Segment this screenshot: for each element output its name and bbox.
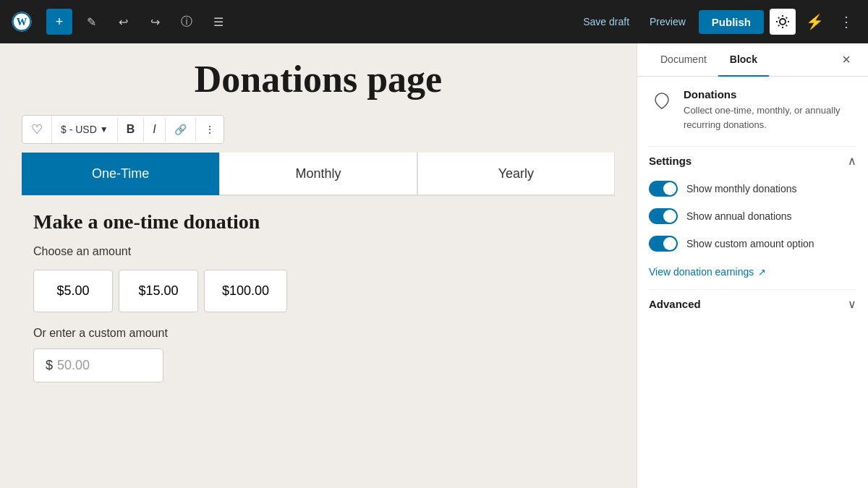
view-link-label: View donation earnings [649, 266, 754, 278]
amount-buttons: $5.00 $15.00 $100.00 [33, 270, 603, 312]
tab-monthly[interactable]: Monthly [219, 153, 417, 195]
donation-content: Make a one-time donation Choose an amoun… [22, 196, 615, 397]
custom-amount-input[interactable]: $ 50.00 [33, 348, 163, 382]
block-name: Donations [684, 88, 856, 100]
settings-header[interactable]: Settings ∧ [649, 146, 856, 175]
more-options-button[interactable]: ⋮ [833, 9, 859, 35]
list-view-button[interactable]: ☰ [205, 9, 231, 35]
tab-block[interactable]: Block [718, 43, 769, 77]
amount-5[interactable]: $5.00 [33, 270, 113, 312]
tab-yearly[interactable]: Yearly [417, 153, 615, 195]
toggle-custom[interactable] [649, 236, 678, 252]
toggle-custom-label: Show custom amount option [686, 238, 814, 249]
sidebar-content: Donations Collect one-time, monthly, or … [637, 77, 868, 488]
toolbar-right: Save draft Preview Publish ⚡ ⋮ [576, 9, 859, 35]
donation-heading: Make a one-time donation [33, 210, 603, 234]
svg-text:W: W [17, 16, 27, 27]
save-draft-button[interactable]: Save draft [576, 12, 637, 32]
block-description: Collect one-time, monthly, or annually r… [684, 103, 856, 132]
settings-section: Settings ∧ Show monthly donations Show a… [649, 146, 856, 278]
toggle-row-monthly: Show monthly donations [649, 175, 856, 202]
settings-chevron-icon: ∧ [848, 154, 856, 168]
link-button[interactable]: 🔗 [166, 118, 196, 141]
external-link-icon: ↗ [758, 267, 766, 278]
block-info-text: Donations Collect one-time, monthly, or … [684, 88, 856, 132]
bold-button[interactable]: B [118, 117, 145, 142]
close-sidebar-button[interactable]: × [836, 43, 856, 76]
advanced-section: Advanced ∨ [649, 289, 856, 318]
block-toolbar: ♡ $ - USD ▼ B I 🔗 ⋮ [22, 115, 224, 144]
advanced-chevron-icon: ∨ [848, 297, 856, 311]
info-button[interactable]: ⓘ [174, 9, 200, 35]
custom-amount-label: Or enter a custom amount [33, 327, 603, 340]
main-area: Donations page ♡ $ - USD ▼ B I 🔗 ⋮ One-T… [0, 43, 868, 488]
publish-button[interactable]: Publish [699, 10, 764, 34]
undo-button[interactable]: ↩ [110, 9, 136, 35]
sidebar: Document Block × Donations Collect one-t… [637, 43, 868, 488]
currency-symbol: $ [46, 358, 53, 373]
toggle-monthly[interactable] [649, 181, 678, 197]
more-block-options[interactable]: ⋮ [196, 118, 224, 141]
heart-icon-button[interactable]: ♡ [22, 116, 52, 143]
toggle-row-custom: Show custom amount option [649, 230, 856, 257]
preview-button[interactable]: Preview [642, 12, 693, 32]
choose-amount-label: Choose an amount [33, 245, 603, 258]
redo-button[interactable]: ↪ [142, 9, 168, 35]
advanced-title: Advanced [649, 298, 701, 310]
toggle-monthly-label: Show monthly donations [686, 183, 797, 194]
currency-dropdown-icon: ▼ [100, 124, 109, 134]
add-block-button[interactable]: + [46, 9, 72, 35]
editor-area: Donations page ♡ $ - USD ▼ B I 🔗 ⋮ One-T… [0, 43, 637, 488]
amount-15[interactable]: $15.00 [119, 270, 198, 312]
italic-button[interactable]: I [144, 117, 165, 142]
donation-tabs: One-Time Monthly Yearly [22, 153, 615, 196]
currency-selector[interactable]: $ - USD ▼ [52, 118, 118, 141]
page-title: Donations page [22, 58, 615, 100]
amount-100[interactable]: $100.00 [204, 270, 287, 312]
block-info: Donations Collect one-time, monthly, or … [649, 88, 856, 132]
edit-button[interactable]: ✎ [78, 9, 104, 35]
tab-document[interactable]: Document [649, 43, 718, 77]
toggle-row-annual: Show annual donations [649, 202, 856, 230]
toggle-annual[interactable] [649, 208, 678, 224]
sidebar-tabs: Document Block × [637, 43, 868, 77]
lightning-button[interactable]: ⚡ [801, 9, 827, 35]
view-donation-earnings-link[interactable]: View donation earnings ↗ [649, 266, 856, 278]
toggle-annual-label: Show annual donations [686, 210, 792, 222]
main-toolbar: W + ✎ ↩ ↪ ⓘ ☰ Save draft Preview Publish… [0, 0, 868, 43]
tab-one-time[interactable]: One-Time [22, 153, 219, 195]
settings-button[interactable] [770, 9, 796, 35]
wp-logo: W [9, 9, 35, 35]
settings-title: Settings [649, 155, 692, 167]
custom-amount-placeholder: 50.00 [57, 358, 90, 373]
currency-label: $ - USD [61, 124, 97, 135]
donations-block: One-Time Monthly Yearly Make a one-time … [22, 153, 615, 397]
advanced-header[interactable]: Advanced ∨ [649, 297, 856, 311]
block-icon [649, 88, 675, 114]
